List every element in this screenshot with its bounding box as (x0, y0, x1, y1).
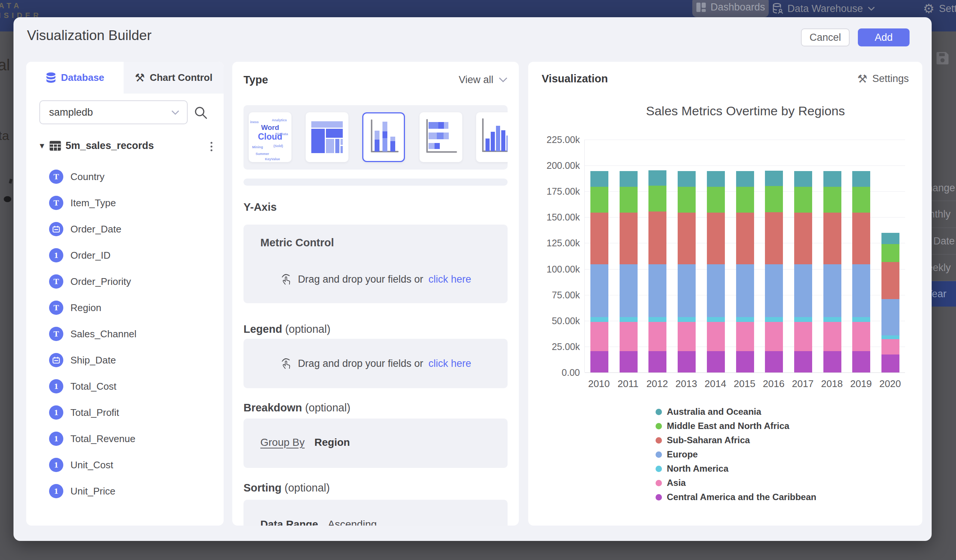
nav-data-warehouse[interactable]: Data Warehouse (772, 0, 875, 17)
tab-chart-control-label: Chart Control (150, 72, 213, 83)
legend-item[interactable]: Sub-Saharan Africa (656, 433, 816, 447)
tab-chart-control[interactable]: ⚒ Chart Control (124, 62, 224, 94)
stacked-bar-2017 (794, 171, 812, 372)
chart-title: Sales Metrics Overtime by Regions (577, 104, 914, 118)
click-here-link[interactable]: click here (429, 274, 471, 285)
bar-segment (678, 213, 696, 264)
word-cloud-big-1: Word (249, 124, 291, 132)
legend-item[interactable]: Europe (656, 447, 816, 461)
text-field-icon: T (49, 301, 63, 315)
number-field-icon: 1 (49, 379, 63, 394)
chart-plot-area (584, 140, 905, 372)
table-tree-row[interactable]: ▾ 5m_sales_records (26, 136, 224, 155)
field-item-unit_price[interactable]: 1Unit_Price (26, 478, 224, 504)
stacked-bar-2011 (620, 171, 638, 372)
legend-item[interactable]: North America (656, 461, 816, 476)
bar-segment (881, 339, 899, 355)
field-item-sales_channel[interactable]: TSales_Channel (26, 321, 224, 347)
chart-settings-button[interactable]: ⚒ Settings (857, 72, 909, 85)
nav-dashboards[interactable]: Dashboards (692, 0, 769, 17)
save-icon[interactable] (937, 52, 949, 64)
field-item-order_date[interactable]: Order_Date (26, 216, 224, 242)
field-item-ship_date[interactable]: Ship_Date (26, 347, 224, 373)
database-select-value: sampledb (49, 107, 93, 118)
field-item-total_revenue[interactable]: 1Total_Revenue (26, 426, 224, 452)
view-all-dropdown[interactable]: View all (459, 74, 508, 86)
nav-settings[interactable]: ⚙ Settings (923, 0, 956, 17)
x-axis-tick-label: 2012 (640, 378, 674, 390)
bar-segment (736, 322, 754, 351)
field-label: Region (71, 302, 101, 314)
bar-segment (881, 244, 899, 262)
legend-item[interactable]: Asia (656, 476, 816, 490)
group-by-row[interactable]: Group By Region (260, 436, 350, 449)
legend-dropzone[interactable]: Drag and drop your fields or click here (244, 339, 508, 388)
sorting-row[interactable]: Data Range Ascending (260, 518, 377, 525)
caret-down-icon[interactable]: ▾ (40, 141, 44, 150)
nav-settings-label: Settings (939, 3, 956, 15)
bar-segment (765, 351, 783, 372)
text-field-icon: T (49, 169, 63, 184)
field-item-country[interactable]: TCountry (26, 163, 224, 190)
x-axis-tick-label: 2011 (612, 378, 645, 390)
bar-segment (736, 351, 754, 372)
word-cloud-small-word: iness (250, 120, 258, 124)
stacked-bar-2015 (736, 171, 754, 372)
word-cloud-small-word: KeyValue (265, 157, 280, 161)
field-item-item_type[interactable]: TItem_Type (26, 190, 224, 216)
bar-segment (707, 213, 725, 264)
search-icon[interactable] (194, 105, 208, 120)
bar-segment (648, 351, 667, 372)
bar-segment (823, 351, 841, 372)
chart-type-card-treemap[interactable] (306, 112, 348, 162)
legend-item[interactable]: Australia and Oceania (656, 405, 816, 419)
bar-segment (648, 212, 667, 264)
nav-data-warehouse-label: Data Warehouse (788, 3, 863, 15)
chart-type-card-word-cloud[interactable]: Word Cloud inessAnalyticsBigDataMining(S… (249, 112, 291, 162)
legend-item[interactable]: Middle East and North Africa (656, 419, 816, 433)
field-item-total_profit[interactable]: 1Total_Profit (26, 399, 224, 426)
chart-type-card-stacked-bar[interactable] (420, 112, 462, 162)
x-axis-tick-label: 2014 (699, 378, 732, 390)
horizontal-scrollbar[interactable] (244, 179, 508, 186)
field-item-order_priority[interactable]: TOrder_Priority (26, 268, 224, 295)
chevron-down-icon (498, 77, 508, 82)
bar-segment (823, 317, 841, 322)
x-axis-tick-label: 2017 (786, 378, 820, 390)
background-text-fragment: ta (0, 129, 9, 143)
group-by-label[interactable]: Group By (260, 436, 305, 449)
bar-segment (823, 213, 841, 264)
modal-title: Visualization Builder (27, 28, 152, 44)
tap-icon (280, 273, 292, 286)
field-item-total_cost[interactable]: 1Total_Cost (26, 373, 224, 399)
bar-segment (678, 171, 696, 187)
y-axis-tick-label: 175.00k (528, 186, 580, 197)
word-cloud-small-word: Mining (252, 145, 263, 149)
stacked-bar-2020 (881, 233, 899, 372)
bar-segment (794, 322, 812, 351)
field-item-region[interactable]: TRegion (26, 295, 224, 321)
field-item-order_id[interactable]: 1Order_ID (26, 242, 224, 268)
tab-database[interactable]: Database (26, 62, 124, 94)
database-icon (46, 72, 56, 83)
bar-segment (794, 351, 812, 372)
database-panel: Database ⚒ Chart Control sampledb ▾ 5m_s… (26, 62, 224, 525)
chart-builder-panel: Type View all Word Cloud inessAnalyticsB… (232, 62, 519, 525)
field-label: Total_Revenue (71, 433, 135, 445)
chart-type-card-column[interactable] (476, 112, 508, 162)
cancel-button[interactable]: Cancel (801, 28, 850, 46)
add-button[interactable]: Add (858, 28, 910, 46)
field-item-unit_cost[interactable]: 1Unit_Cost (26, 452, 224, 478)
kebab-menu-icon[interactable] (208, 140, 215, 154)
click-here-link[interactable]: click here (429, 358, 471, 369)
field-list: TCountryTItem_TypeOrder_Date1Order_IDTOr… (26, 163, 224, 504)
bar-segment (881, 355, 899, 372)
legend-item[interactable]: Central America and the Caribbean (656, 490, 816, 504)
bar-segment (620, 351, 638, 372)
database-select[interactable]: sampledb (39, 100, 188, 124)
metric-control-dropzone[interactable]: Metric Control Drag and drop your fields… (244, 224, 508, 303)
bar-segment (765, 264, 783, 317)
y-axis-tick-label: 50.00k (528, 315, 580, 326)
chart-type-card-stacked-column[interactable] (362, 112, 405, 162)
stacked-bar-2018 (823, 171, 841, 372)
